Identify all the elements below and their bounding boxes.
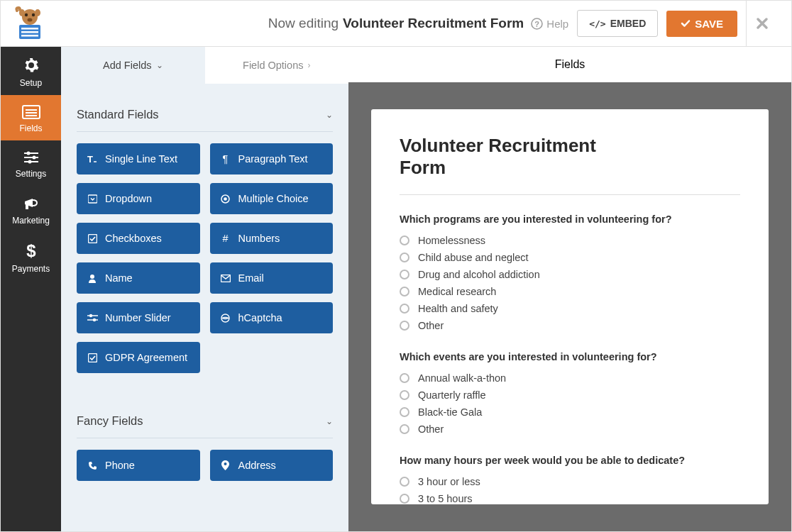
numbers-icon: # [220,233,231,244]
question-block[interactable]: Which events are you interested in volun… [400,351,740,435]
section: Standard Fields⌄TSingle Line Text¶Paragr… [61,84,348,373]
field-email[interactable]: Email [210,262,334,294]
radio-option[interactable]: Quarterly raffle [400,389,740,401]
app-root: Now editing Volunteer Recruitment Form ?… [0,0,792,532]
paragraph-text-icon: ¶ [220,153,231,165]
svg-rect-29 [88,234,97,243]
question-label: Which events are you interested in volun… [400,351,740,362]
topbar: Now editing Volunteer Recruitment Form ?… [1,1,791,47]
field-multiple-choice[interactable]: Multiple Choice [210,183,334,214]
setup-icon [23,57,40,74]
radio-option[interactable]: Medical research [400,286,740,297]
field-label: Phone [105,460,135,471]
radio-option[interactable]: Other [400,320,740,331]
panels-header: Fields [348,47,791,82]
name-icon [87,274,98,283]
radio-option[interactable]: Homelessness [400,235,740,246]
radio-option[interactable]: 3 hour or less [400,476,740,487]
radio-option[interactable]: Annual walk-a-thon [400,372,740,384]
section-header[interactable]: Fancy Fields⌄ [77,406,333,438]
field-name[interactable]: Name [77,262,200,294]
radio-icon [400,424,409,434]
field-hcaptcha[interactable]: hCaptcha [210,302,334,333]
option-label: 3 hour or less [418,476,480,487]
tab-field-options[interactable]: Field Options › [205,47,349,84]
field-label: Number Slider [105,312,171,323]
svg-point-2 [32,13,35,16]
checkboxes-icon [87,234,98,243]
radio-icon [400,390,409,400]
single-line-text-icon: T [87,154,98,164]
fields-scroll[interactable]: Standard Fields⌄TSingle Line Text¶Paragr… [61,84,348,531]
svg-point-33 [89,314,92,317]
leftnav-item-setup[interactable]: Setup [1,47,61,95]
help-icon: ? [531,18,543,30]
option-label: Annual walk-a-thon [418,372,506,384]
leftnav-label: Settings [16,169,46,179]
leftnav-label: Payments [12,264,50,274]
section: Fancy Fields⌄PhoneAddress [61,390,348,481]
field-single-line-text[interactable]: TSingle Line Text [77,143,200,174]
option-label: Other [418,423,444,435]
option-label: Health and safety [418,303,498,314]
svg-point-21 [28,160,31,164]
field-checkboxes[interactable]: Checkboxes [77,223,200,254]
close-icon [756,17,769,30]
leftnav-item-marketing[interactable]: Marketing [1,186,61,233]
radio-option[interactable]: Health and safety [400,303,740,314]
radio-option[interactable]: Black-tie Gala [400,406,740,418]
leftnav-item-fields[interactable]: Fields [1,95,61,140]
field-label: Address [238,460,276,471]
field-label: Email [238,272,264,284]
save-button[interactable]: SAVE [666,11,737,37]
settings-icon [23,150,40,165]
field-gdpr-agreement[interactable]: GDPR Agreement [77,342,200,373]
radio-icon [400,270,409,279]
chevron-down-icon: ⌄ [326,416,333,426]
payments-icon: $ [26,243,37,260]
field-phone[interactable]: Phone [77,450,200,481]
embed-button[interactable]: </> EMBED [577,10,658,37]
question-block[interactable]: Which programs are you interested in vol… [400,214,740,331]
option-label: Quarterly raffle [418,389,486,401]
topbar-right: ? Help </> EMBED SAVE [531,10,737,37]
radio-option[interactable]: Other [400,423,740,435]
field-dropdown[interactable]: Dropdown [77,183,200,214]
radio-icon [400,321,409,331]
option-label: Black-tie Gala [418,406,482,418]
field-numbers[interactable]: #Numbers [210,223,334,254]
radio-option[interactable]: Child abuse and neglect [400,252,740,263]
preview-canvas[interactable]: Volunteer Recruitment Form Which program… [348,82,791,531]
option-label: Child abuse and neglect [418,252,529,263]
svg-rect-26 [88,195,97,203]
field-address[interactable]: Address [210,450,334,481]
now-editing-label: Now editing [268,16,339,31]
help-link[interactable]: ? Help [531,18,568,30]
radio-option[interactable]: Drug and alcohol addiction [400,269,740,280]
field-grid: PhoneAddress [77,450,333,481]
leftnav-label: Fields [19,123,42,133]
radio-icon [400,373,409,383]
tab-add-fields[interactable]: Add Fields ⌄ [61,47,205,84]
section-header[interactable]: Standard Fields⌄ [77,99,333,132]
question-label: How many hours per week would you be abl… [400,455,740,466]
title-area: Now editing Volunteer Recruitment Form [268,16,524,31]
field-number-slider[interactable]: Number Slider [77,302,200,333]
svg-rect-37 [88,353,97,362]
form-divider [400,194,740,195]
svg-point-30 [90,275,94,279]
dropdown-icon [87,194,98,204]
leftnav-item-settings[interactable]: Settings [1,140,61,186]
wpforms-logo [9,3,50,44]
close-button[interactable] [746,1,777,47]
question-block[interactable]: How many hours per week would you be abl… [400,455,740,504]
radio-icon [400,304,409,314]
svg-point-17 [26,152,30,155]
svg-rect-8 [21,31,38,33]
leftnav-item-payments[interactable]: $Payments [1,233,61,281]
main: SetupFieldsSettingsMarketing$Payments Ad… [1,47,791,531]
embed-label: EMBED [610,18,647,29]
number-slider-icon [87,314,98,322]
radio-option[interactable]: 3 to 5 hours [400,493,740,504]
field-paragraph-text[interactable]: ¶Paragraph Text [210,143,334,174]
